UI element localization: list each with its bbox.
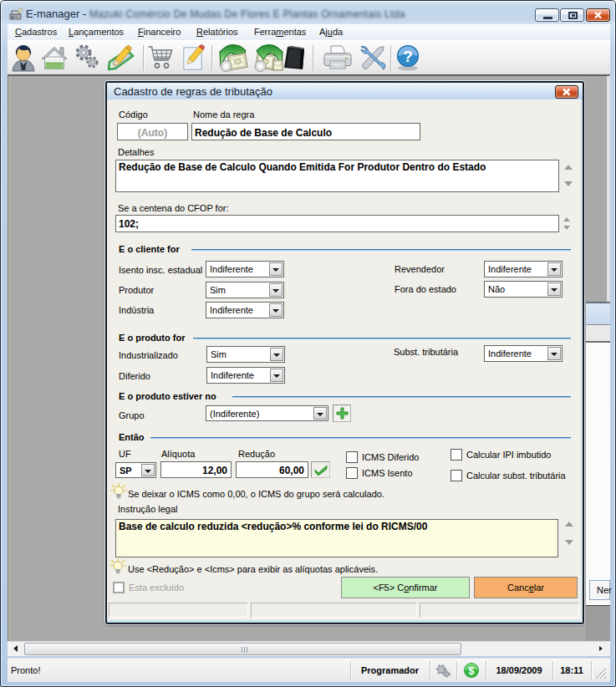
svg-text:?: ? (403, 48, 413, 65)
svg-text:$: $ (469, 665, 475, 677)
